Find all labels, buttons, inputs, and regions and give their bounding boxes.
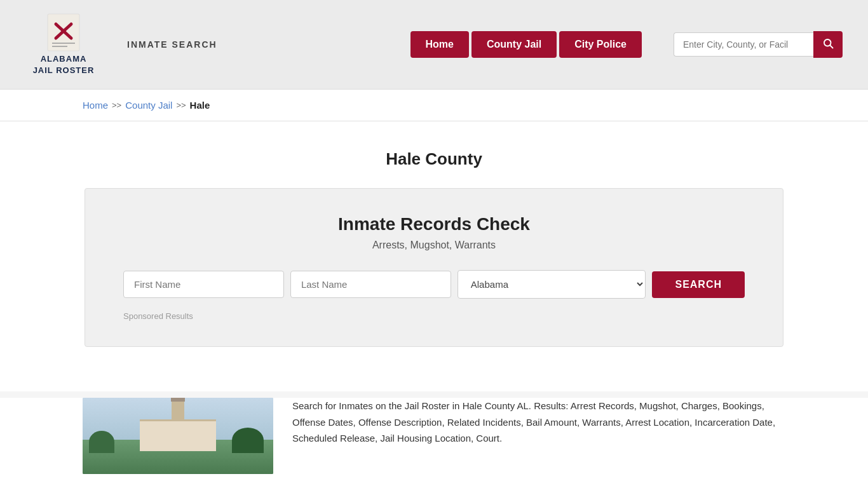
breadcrumb-county-jail[interactable]: County Jail [125, 100, 172, 111]
building-structure [140, 419, 216, 451]
last-name-input[interactable] [290, 271, 451, 298]
county-jail-nav-button[interactable]: County Jail [471, 31, 557, 58]
breadcrumb-bar: Home >> County Jail >> Hale [0, 90, 868, 121]
breadcrumb-home[interactable]: Home [83, 100, 108, 111]
records-check-box: Inmate Records Check Arrests, Mugshot, W… [85, 188, 783, 347]
state-select[interactable]: AlabamaAlaskaArizonaArkansasCaliforniaCo… [458, 270, 646, 299]
inmate-search-label: INMATE SEARCH [127, 39, 217, 50]
home-nav-button[interactable]: Home [410, 31, 469, 58]
logo-area: ALABAMA JAIL ROSTER [25, 13, 102, 76]
breadcrumb-separator-2: >> [176, 100, 186, 110]
bottom-section: Search for Inmates on the Jail Roster in… [0, 398, 868, 488]
svg-line-6 [830, 46, 832, 48]
main-content: Hale County Inmate Records Check Arrests… [0, 121, 868, 391]
records-check-subtitle: Arrests, Mugshot, Warrants [123, 240, 745, 251]
records-check-title: Inmate Records Check [123, 214, 745, 234]
building-image [83, 398, 273, 474]
description-text: Search for Inmates on the Jail Roster in… [292, 398, 785, 474]
city-police-nav-button[interactable]: City Police [559, 31, 642, 58]
breadcrumb-separator-1: >> [112, 100, 121, 110]
building-tower [172, 400, 184, 419]
header-search-button[interactable] [813, 31, 843, 58]
logo-text: ALABAMA JAIL ROSTER [33, 53, 95, 76]
logo-icon [44, 13, 83, 51]
header-search-area [674, 31, 843, 58]
main-nav: Home County Jail City Police [410, 31, 642, 58]
building-dome [171, 398, 185, 402]
search-icon [822, 37, 834, 49]
site-header: ALABAMA JAIL ROSTER INMATE SEARCH Home C… [0, 0, 868, 90]
sponsored-label: Sponsored Results [123, 311, 745, 321]
search-submit-button[interactable]: SEARCH [652, 271, 745, 298]
breadcrumb-current: Hale [190, 100, 210, 111]
page-title: Hale County [83, 149, 785, 169]
first-name-input[interactable] [123, 271, 284, 298]
header-search-input[interactable] [674, 32, 813, 57]
inmate-search-form: AlabamaAlaskaArizonaArkansasCaliforniaCo… [123, 270, 745, 299]
building-trees-right [232, 428, 264, 453]
breadcrumb: Home >> County Jail >> Hale [83, 100, 785, 111]
building-trees-left [89, 431, 114, 453]
